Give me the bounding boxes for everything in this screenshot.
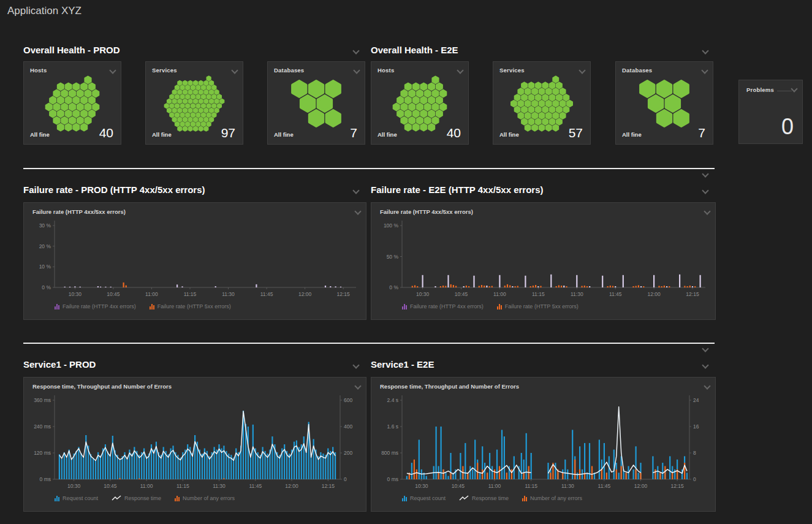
problems-tile[interactable]: Problems 0 (738, 80, 803, 144)
svg-text:10:30: 10:30 (69, 291, 82, 297)
tile-status: All fine (622, 131, 642, 138)
legend-item[interactable]: Number of any errors (522, 495, 582, 501)
svg-text:10:30: 10:30 (415, 483, 428, 489)
chevron-down-icon[interactable] (354, 68, 360, 74)
tile-label: Services (152, 67, 177, 74)
legend-label: Failure rate (HTTP 4xx errors) (63, 303, 136, 309)
health-tile-services-e2e[interactable]: Services All fine 57 (493, 61, 591, 145)
svg-text:10:30: 10:30 (67, 483, 81, 489)
chart-legend: Failure rate (HTTP 4xx errors)Failure ra… (402, 303, 579, 309)
legend-item[interactable]: Request count (402, 495, 446, 501)
svg-text:10:45: 10:45 (452, 483, 465, 489)
chevron-down-icon[interactable] (702, 346, 708, 352)
legend-item[interactable]: Failure rate (HTTP 4xx errors) (402, 303, 484, 309)
svg-text:240 ms: 240 ms (34, 423, 51, 430)
tile-label: Services (499, 67, 525, 74)
tile-status: All fine (152, 131, 172, 138)
legend-label: Failure rate (HTTP 5xx errors) (157, 303, 231, 309)
chevron-down-icon[interactable] (702, 172, 708, 178)
svg-text:20 %: 20 % (39, 243, 51, 249)
tile-label: Hosts (30, 67, 47, 74)
problems-count: 0 (781, 114, 794, 140)
tile-count: 7 (698, 126, 705, 140)
svg-text:800 ms: 800 ms (381, 450, 398, 456)
chart-tile-service-e2e[interactable]: 0 ms800 ms1.6 s2.4 s08162410:3010:4511:0… (371, 377, 716, 512)
chart-canvas[interactable]: 0 %10 %20 %30 %10:3010:4511:0011:1511:30… (24, 203, 366, 319)
health-tile-hosts-prod[interactable]: Hosts All fine 40 (23, 61, 121, 145)
chevron-down-icon[interactable] (702, 48, 708, 55)
chevron-down-icon[interactable] (702, 363, 708, 369)
chart-canvas[interactable]: 0 ms800 ms1.6 s2.4 s08162410:3010:4511:0… (371, 378, 715, 511)
chevron-down-icon[interactable] (704, 384, 710, 390)
bar-series-icon (497, 304, 502, 309)
chevron-down-icon[interactable] (355, 209, 361, 215)
svg-text:11:30: 11:30 (213, 483, 226, 489)
svg-text:11:30: 11:30 (571, 291, 583, 297)
tile-count: 97 (221, 126, 235, 140)
bar-series-icon (522, 496, 527, 501)
svg-text:1.6 s: 1.6 s (387, 423, 398, 430)
chart-canvas[interactable]: 0 ms120 ms240 ms360 ms020040060010:3010:… (24, 378, 366, 511)
hexagon-cluster (499, 75, 585, 132)
hexagon-cluster (151, 75, 237, 132)
bar-series-icon (175, 496, 180, 501)
legend-label: Response time (472, 495, 509, 501)
sparkline-placeholder (777, 91, 792, 91)
svg-text:10 %: 10 % (39, 264, 51, 270)
svg-text:12:15: 12:15 (686, 291, 699, 297)
svg-text:10:45: 10:45 (455, 291, 468, 297)
legend-item[interactable]: Failure rate (HTTP 4xx errors) (55, 303, 136, 309)
bar-series-icon (55, 304, 59, 309)
chart-tile-failure-prod[interactable]: 0 %10 %20 %30 %10:3010:4511:0011:1511:30… (23, 202, 366, 320)
svg-text:11:30: 11:30 (222, 291, 235, 297)
tile-label: Databases (622, 67, 652, 74)
line-series-icon (459, 495, 469, 501)
chevron-down-icon[interactable] (353, 48, 359, 55)
tile-count: 40 (99, 126, 113, 140)
chevron-down-icon[interactable] (232, 68, 238, 74)
chevron-down-icon[interactable] (702, 188, 708, 194)
svg-text:16: 16 (693, 423, 699, 430)
health-tile-databases-prod[interactable]: Databases All fine 7 (267, 61, 365, 145)
legend-item[interactable]: Number of any errors (175, 495, 235, 501)
chevron-down-icon[interactable] (355, 384, 361, 390)
tile-status: All fine (274, 131, 294, 138)
tile-count: 57 (569, 126, 583, 140)
svg-text:12:15: 12:15 (670, 483, 684, 489)
health-tile-databases-e2e[interactable]: Databases All fine 7 (615, 61, 713, 145)
svg-text:11:15: 11:15 (184, 291, 197, 297)
chevron-down-icon[interactable] (704, 209, 710, 215)
chevron-down-icon[interactable] (579, 68, 585, 74)
chevron-down-icon[interactable] (353, 363, 359, 369)
chart-title: Response time, Throughput and Number of … (380, 383, 519, 390)
legend-item[interactable]: Request count (55, 495, 98, 501)
chevron-down-icon[interactable] (110, 68, 116, 74)
tile-label: Hosts (378, 67, 394, 74)
legend-item[interactable]: Response time (459, 495, 509, 501)
svg-text:11:15: 11:15 (176, 483, 189, 489)
chart-title: Response time, Throughput and Number of … (32, 383, 172, 390)
svg-text:11:15: 11:15 (525, 483, 537, 489)
chart-tile-failure-e2e[interactable]: 0 %50 %100 %10:3010:4511:0011:1511:3011:… (371, 202, 716, 320)
legend-item[interactable]: Failure rate (HTTP 5xx errors) (150, 303, 231, 309)
svg-text:12:15: 12:15 (337, 291, 351, 297)
svg-text:12:00: 12:00 (634, 483, 648, 489)
health-tile-services-prod[interactable]: Services All fine 97 (145, 61, 243, 145)
legend-item[interactable]: Response time (112, 495, 161, 501)
chevron-down-icon[interactable] (457, 68, 463, 74)
svg-text:12:00: 12:00 (285, 483, 298, 489)
legend-item[interactable]: Failure rate (HTTP 5xx errors) (497, 303, 579, 309)
chart-canvas[interactable]: 0 %50 %100 %10:3010:4511:0011:1511:3011:… (371, 203, 715, 319)
svg-text:120 ms: 120 ms (34, 450, 51, 456)
chevron-down-icon[interactable] (702, 68, 708, 74)
svg-text:11:00: 11:00 (488, 483, 501, 489)
chevron-down-icon[interactable] (353, 188, 359, 194)
chart-legend: Failure rate (HTTP 4xx errors)Failure ra… (55, 303, 231, 309)
chart-tile-service-prod[interactable]: 0 ms120 ms240 ms360 ms020040060010:3010:… (23, 377, 366, 512)
chevron-down-icon[interactable] (791, 86, 797, 93)
page-title: Application XYZ (7, 5, 82, 17)
health-tile-hosts-e2e[interactable]: Hosts All fine 40 (371, 61, 469, 145)
legend-label: Number of any errors (530, 495, 582, 501)
hexagon-cluster (29, 75, 115, 132)
section-title-health-e2e: Overall Health - E2E (371, 45, 458, 55)
